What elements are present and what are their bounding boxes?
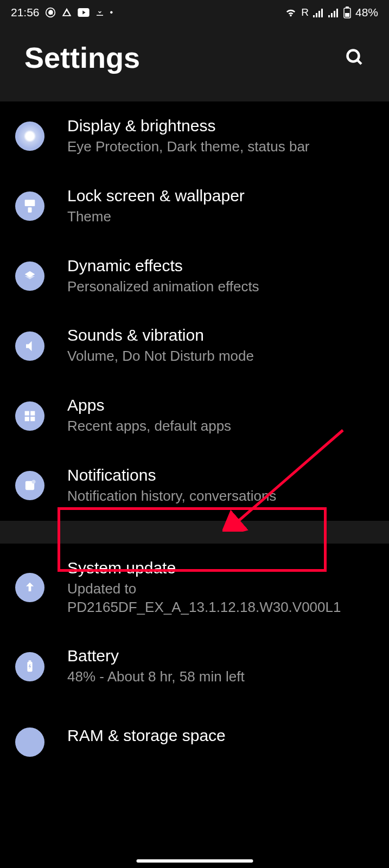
item-subtitle: 48% - About 8 hr, 58 min left: [67, 668, 374, 686]
item-title: Lock screen & wallpaper: [67, 187, 374, 205]
svg-rect-9: [336, 9, 338, 17]
svg-point-22: [32, 480, 36, 484]
sounds-icon: [15, 331, 44, 361]
item-title: Display & brightness: [67, 117, 374, 135]
svg-point-13: [348, 50, 359, 62]
dot-icon: •: [110, 8, 113, 17]
svg-rect-18: [30, 411, 35, 415]
wifi-icon: [285, 8, 297, 17]
warning-icon: [61, 7, 72, 18]
item-title: System update: [67, 559, 374, 577]
status-bar: 21:56 • R 48%: [0, 0, 389, 24]
svg-rect-7: [331, 13, 333, 17]
apps-icon: [15, 401, 44, 431]
navigation-handle[interactable]: [136, 859, 253, 863]
item-title: Sounds & vibration: [67, 326, 374, 344]
svg-rect-24: [29, 660, 31, 661]
svg-rect-20: [30, 417, 35, 421]
settings-item-dynamic-effects[interactable]: Dynamic effects Personalized animation e…: [0, 241, 389, 311]
svg-rect-6: [328, 15, 330, 17]
whatsapp-icon: [45, 7, 56, 18]
item-subtitle: Eye Protection, Dark theme, status bar: [67, 138, 374, 156]
svg-rect-11: [346, 7, 349, 8]
status-left: 21:56 •: [11, 6, 113, 19]
battery-percent: 48%: [355, 6, 378, 19]
youtube-icon: [78, 8, 90, 17]
page-title: Settings: [24, 41, 140, 74]
roaming-indicator: R: [301, 7, 309, 18]
item-title: Apps: [67, 396, 374, 414]
svg-rect-15: [25, 200, 35, 207]
item-subtitle: Theme: [67, 208, 374, 226]
signal-icon-1: [313, 8, 324, 17]
battery-icon: [343, 7, 351, 18]
settings-item-lockscreen[interactable]: Lock screen & wallpaper Theme: [0, 171, 389, 241]
svg-rect-8: [334, 11, 335, 17]
item-title: Battery: [67, 647, 374, 665]
notifications-icon: [15, 471, 44, 500]
svg-rect-16: [28, 208, 32, 213]
storage-icon: [15, 727, 44, 757]
item-subtitle: Notification history, conversations: [67, 487, 374, 506]
dynamic-effects-icon: [15, 261, 44, 291]
svg-rect-5: [321, 9, 323, 17]
item-subtitle: Updated to PD2165DF_EX_A_13.1.12.18.W30.…: [67, 580, 374, 617]
search-button[interactable]: [345, 48, 365, 67]
svg-rect-19: [25, 417, 29, 421]
section-divider: [0, 521, 389, 544]
display-icon: [15, 122, 44, 151]
svg-rect-17: [25, 411, 29, 415]
svg-line-14: [358, 60, 362, 65]
signal-icon-2: [328, 8, 339, 17]
header: Settings: [0, 24, 389, 101]
settings-item-sounds[interactable]: Sounds & vibration Volume, Do Not Distur…: [0, 311, 389, 381]
settings-item-ram-storage[interactable]: RAM & storage space: [0, 701, 389, 762]
settings-item-notifications[interactable]: Notifications Notification history, conv…: [0, 451, 389, 521]
item-title: Dynamic effects: [67, 257, 374, 275]
settings-item-battery[interactable]: Battery 48% - About 8 hr, 58 min left: [0, 631, 389, 701]
item-title: Notifications: [67, 466, 374, 484]
system-update-icon: [15, 573, 44, 602]
item-subtitle: Volume, Do Not Disturb mode: [67, 347, 374, 366]
status-time: 21:56: [11, 6, 40, 19]
svg-rect-12: [345, 13, 349, 17]
settings-item-display[interactable]: Display & brightness Eye Protection, Dar…: [0, 101, 389, 171]
lockscreen-icon: [15, 192, 44, 221]
svg-rect-2: [313, 15, 315, 17]
svg-rect-4: [318, 11, 320, 17]
settings-item-apps[interactable]: Apps Recent apps, default apps: [0, 381, 389, 451]
status-right: R 48%: [285, 6, 378, 19]
item-title: RAM & storage space: [67, 726, 374, 745]
settings-list: Display & brightness Eye Protection, Dar…: [0, 101, 389, 762]
svg-rect-3: [316, 13, 317, 17]
settings-item-system-update[interactable]: System update Updated to PD2165DF_EX_A_1…: [0, 544, 389, 632]
item-subtitle: Recent apps, default apps: [67, 417, 374, 436]
battery-setting-icon: [15, 652, 44, 681]
item-subtitle: Personalized animation effects: [67, 278, 374, 296]
download-icon: [95, 8, 105, 17]
